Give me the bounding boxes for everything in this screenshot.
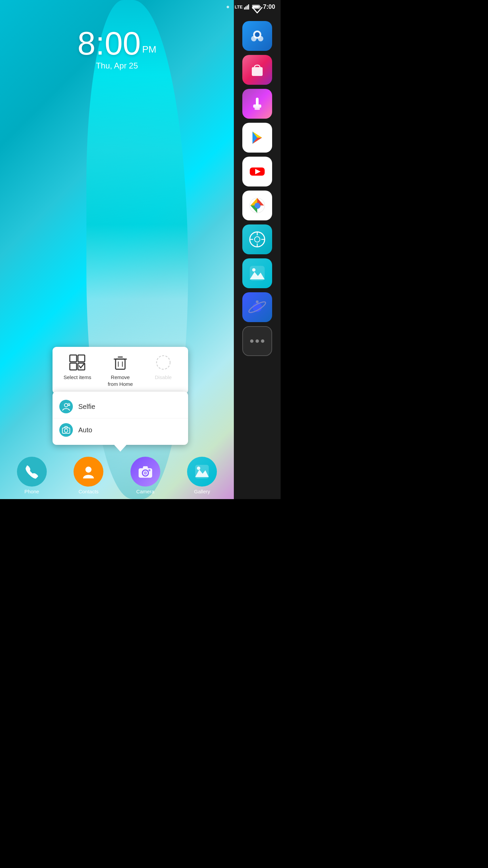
cleaner-icon (248, 95, 266, 113)
svg-rect-6 (260, 6, 261, 7)
svg-text:⊕: ⊕ (226, 5, 229, 9)
sidebar-item-gallery[interactable] (242, 258, 272, 288)
disable-icon-container (155, 354, 172, 371)
context-menu-items: Select items Removefrom Home (56, 354, 185, 387)
select-items-label: Select items (63, 374, 91, 381)
svg-rect-12 (252, 67, 263, 76)
clock-ampm: PM (142, 44, 156, 55)
phone-icon-container (17, 457, 47, 487)
svg-point-53 (64, 429, 68, 432)
sidebar (234, 0, 281, 499)
bottom-dock: Phone Contacts Camera (0, 452, 234, 499)
svg-point-39 (261, 339, 264, 343)
sidebar-item-chrome[interactable] (242, 191, 272, 220)
svg-point-37 (250, 339, 253, 343)
svg-point-26 (255, 237, 260, 242)
svg-point-54 (85, 467, 92, 473)
submenu-popup: Selfie Auto (53, 392, 188, 445)
clock-date: Thu, Apr 25 (0, 61, 234, 71)
gallery-dock-icon-container (187, 457, 217, 487)
store-icon (248, 61, 266, 79)
svg-rect-4 (248, 4, 249, 9)
svg-rect-1 (244, 7, 245, 9)
svg-point-50 (64, 403, 68, 407)
svg-rect-15 (255, 108, 260, 110)
sidebar-item-tuner[interactable] (242, 224, 272, 254)
gallery-icon (248, 264, 266, 282)
disable-label: Disable (155, 374, 172, 381)
sidebar-item-cleaner[interactable] (242, 89, 272, 119)
svg-point-33 (252, 268, 256, 272)
wifi-icon: ⊕ (226, 4, 233, 9)
svg-point-57 (144, 471, 147, 475)
svg-point-61 (197, 467, 200, 470)
sidebar-item-youtube[interactable] (242, 157, 272, 186)
phone-label: Phone (24, 489, 39, 494)
clock-widget: 8:00PM Thu, Apr 25 (0, 27, 234, 71)
auto-label: Auto (78, 426, 92, 434)
dock-item-contacts[interactable]: Contacts (74, 457, 103, 494)
svg-rect-3 (247, 5, 248, 9)
context-menu-disable[interactable]: Disable (142, 354, 185, 381)
more-icon (248, 332, 266, 350)
svg-rect-2 (245, 6, 246, 9)
status-bar-right: ⊕ LTE 7:00 (226, 3, 275, 11)
svg-rect-14 (253, 104, 261, 108)
auto-icon-container (59, 423, 73, 437)
selfie-icon-container (59, 400, 73, 413)
contacts-icon-container (74, 457, 103, 487)
context-menu-popup: Select items Removefrom Home (53, 347, 188, 394)
selfie-label: Selfie (78, 403, 95, 411)
dock-item-phone[interactable]: Phone (17, 457, 47, 494)
sidebar-item-more[interactable] (242, 326, 272, 356)
submenu-selfie[interactable]: Selfie (53, 395, 188, 418)
remove-home-label: Removefrom Home (108, 374, 133, 387)
play-store-icon (248, 129, 266, 146)
context-menu-select-items[interactable]: Select items (56, 354, 99, 381)
svg-point-9 (255, 32, 260, 37)
grid-check-icon (68, 354, 86, 371)
submenu-auto[interactable]: Auto (53, 418, 188, 441)
gallery-label: Gallery (194, 489, 210, 494)
svg-rect-41 (78, 355, 85, 362)
camera-icon-container (130, 457, 160, 487)
svg-point-36 (256, 300, 259, 303)
svg-rect-40 (70, 355, 77, 362)
gallery-dock-icon (194, 463, 210, 480)
signal-icon (244, 4, 251, 9)
sidebar-item-store[interactable] (242, 55, 272, 85)
svg-point-11 (258, 36, 263, 41)
status-time: 7:00 (263, 3, 275, 11)
svg-rect-42 (70, 363, 77, 370)
sidebar-item-play-store[interactable] (242, 123, 272, 153)
camera-label: Camera (136, 489, 154, 494)
battery-icon (252, 4, 261, 9)
phone-icon (24, 463, 40, 480)
svg-rect-7 (252, 6, 259, 8)
dock-item-camera[interactable]: Camera (130, 457, 160, 494)
lte-indicator: LTE (235, 4, 243, 9)
context-menu-remove-home[interactable]: Removefrom Home (99, 354, 142, 387)
svg-point-58 (148, 469, 150, 471)
dock-item-gallery[interactable]: Gallery (187, 457, 217, 494)
svg-point-24 (255, 203, 260, 208)
sidebar-item-teamviewer[interactable] (242, 21, 272, 51)
svg-point-49 (157, 356, 170, 369)
selfie-icon (61, 402, 71, 411)
youtube-icon (248, 163, 266, 180)
auto-camera-icon (61, 425, 71, 435)
svg-point-38 (256, 339, 259, 343)
chrome-icon (248, 197, 266, 214)
sidebar-item-opera[interactable] (242, 292, 272, 322)
status-bar: ⊕ LTE 7:00 (0, 0, 281, 14)
remove-home-icon-container (111, 354, 129, 371)
select-items-icon-container (68, 354, 86, 371)
contacts-icon (80, 463, 97, 480)
opera-icon (248, 298, 266, 316)
svg-rect-44 (116, 359, 125, 369)
camera-icon (137, 463, 154, 480)
teamviewer-icon (248, 26, 267, 45)
svg-point-10 (251, 36, 257, 41)
trash-icon (111, 354, 129, 371)
tuner-icon (248, 231, 266, 248)
